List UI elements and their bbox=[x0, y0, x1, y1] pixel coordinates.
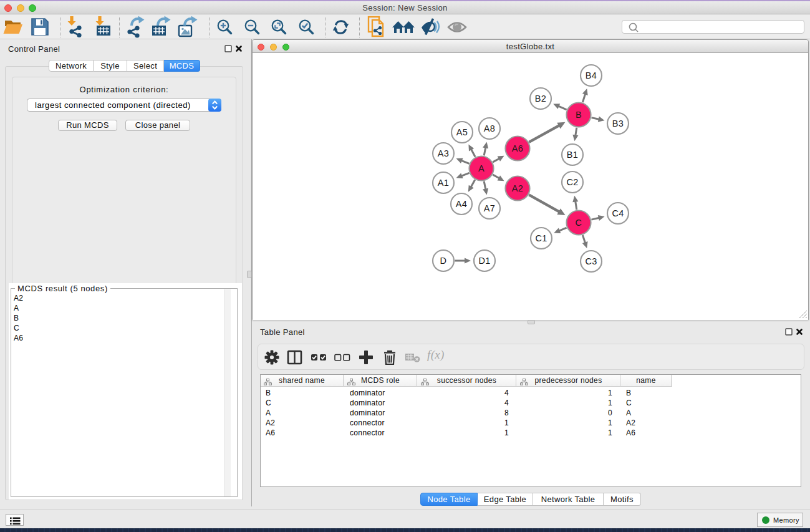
svg-text:A3: A3 bbox=[438, 148, 449, 158]
svg-text:B4: B4 bbox=[586, 70, 597, 80]
svg-text:C3: C3 bbox=[585, 256, 597, 266]
svg-text:A2: A2 bbox=[512, 183, 523, 193]
svg-text:A6: A6 bbox=[512, 143, 523, 153]
svg-text:B3: B3 bbox=[612, 118, 624, 128]
svg-text:C4: C4 bbox=[612, 208, 624, 218]
svg-text:C: C bbox=[576, 218, 582, 228]
svg-text:A: A bbox=[478, 163, 485, 173]
svg-text:D1: D1 bbox=[478, 256, 490, 266]
svg-text:B1: B1 bbox=[567, 150, 578, 160]
svg-text:C2: C2 bbox=[566, 177, 578, 187]
svg-text:B: B bbox=[576, 110, 582, 120]
svg-text:A1: A1 bbox=[438, 178, 449, 188]
svg-text:C1: C1 bbox=[535, 233, 547, 243]
svg-text:A8: A8 bbox=[484, 123, 495, 133]
svg-text:A7: A7 bbox=[484, 203, 495, 213]
svg-text:B2: B2 bbox=[535, 94, 546, 104]
svg-text:A5: A5 bbox=[456, 127, 468, 137]
svg-text:D: D bbox=[440, 256, 447, 266]
svg-text:A4: A4 bbox=[456, 199, 467, 209]
